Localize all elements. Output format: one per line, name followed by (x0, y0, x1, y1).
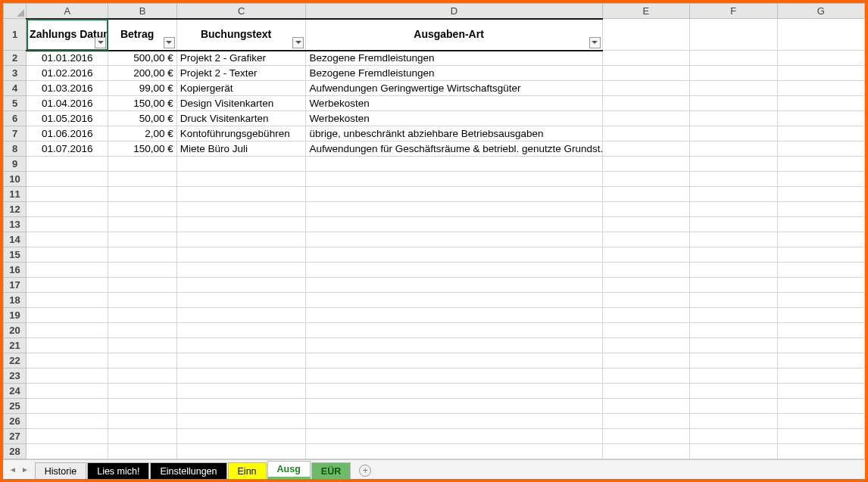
cell[interactable] (27, 444, 108, 459)
cell-amount[interactable]: 2,00 € (108, 126, 176, 141)
cell[interactable] (27, 368, 108, 384)
cell[interactable] (777, 187, 864, 202)
cell-category[interactable]: Bezogene Fremdleistungen (306, 51, 602, 66)
cell-amount[interactable]: 50,00 € (108, 111, 176, 126)
cell[interactable] (306, 308, 602, 323)
cell[interactable] (690, 293, 777, 308)
cell[interactable] (27, 263, 108, 278)
col-header-F[interactable]: F (690, 4, 777, 19)
cell[interactable] (602, 172, 689, 187)
cell-text[interactable]: Miete Büro Juli (176, 141, 306, 157)
cell[interactable] (602, 81, 689, 96)
cell-date[interactable]: 01.04.2016 (27, 96, 108, 111)
cell[interactable] (602, 187, 689, 202)
cell[interactable] (777, 444, 864, 459)
cell[interactable] (306, 172, 602, 187)
cell[interactable] (777, 126, 864, 141)
cell[interactable] (176, 323, 306, 338)
cell[interactable] (690, 308, 777, 323)
cell[interactable] (27, 217, 108, 232)
header-cell-buchungstext[interactable]: Buchungstext (176, 19, 306, 51)
cell-category[interactable]: Bezogene Fremdleistungen (306, 66, 602, 81)
row-header[interactable]: 4 (4, 81, 27, 96)
cell[interactable] (176, 338, 306, 353)
row-header[interactable]: 6 (4, 111, 27, 126)
cell[interactable] (176, 429, 306, 444)
cell-date[interactable]: 01.05.2016 (27, 111, 108, 126)
col-header-D[interactable]: D (306, 4, 602, 19)
filter-dropdown-icon[interactable] (164, 37, 175, 48)
cell[interactable] (27, 293, 108, 308)
cell[interactable] (176, 368, 306, 384)
cell[interactable] (27, 157, 108, 172)
cell[interactable] (777, 19, 864, 51)
cell-category[interactable]: Aufwendungen Geringwertige Wirtschaftsgü… (306, 81, 602, 96)
cell[interactable] (306, 444, 602, 459)
cell[interactable] (777, 353, 864, 368)
cell-date[interactable]: 01.01.2016 (27, 51, 108, 66)
row-header[interactable]: 28 (4, 444, 27, 459)
cell-amount[interactable]: 200,00 € (108, 66, 176, 81)
cell[interactable] (108, 323, 176, 338)
cell[interactable] (690, 19, 777, 51)
cell[interactable] (690, 384, 777, 399)
cell[interactable] (108, 414, 176, 429)
cell[interactable] (306, 353, 602, 368)
cell[interactable] (690, 232, 777, 247)
cell[interactable] (108, 172, 176, 187)
cell[interactable] (777, 157, 864, 172)
cell[interactable] (777, 51, 864, 66)
row-header[interactable]: 9 (4, 157, 27, 172)
cell[interactable] (690, 414, 777, 429)
cell[interactable] (690, 141, 777, 157)
cell[interactable] (27, 429, 108, 444)
cell[interactable] (602, 202, 689, 217)
filter-dropdown-icon[interactable] (95, 37, 106, 48)
cell[interactable] (777, 96, 864, 111)
header-cell-betrag[interactable]: Betrag (108, 19, 176, 51)
cell-category[interactable]: Aufwendungen für Geschäftsräume & betrie… (306, 141, 602, 157)
row-header[interactable]: 13 (4, 217, 27, 232)
cell[interactable] (176, 172, 306, 187)
cell[interactable] (690, 96, 777, 111)
cell[interactable] (690, 338, 777, 353)
row-header[interactable]: 23 (4, 368, 27, 384)
cell[interactable] (306, 384, 602, 399)
cell[interactable] (602, 19, 689, 51)
cell[interactable] (690, 247, 777, 263)
row-header[interactable]: 20 (4, 323, 27, 338)
cell-category[interactable]: Werbekosten (306, 111, 602, 126)
cell[interactable] (690, 111, 777, 126)
cell[interactable] (690, 81, 777, 96)
cell[interactable] (690, 126, 777, 141)
cell[interactable] (176, 353, 306, 368)
cell[interactable] (176, 308, 306, 323)
cell[interactable] (777, 399, 864, 414)
cell-text[interactable]: Projekt 2 - Grafiker (176, 51, 306, 66)
row-header[interactable]: 16 (4, 263, 27, 278)
cell[interactable] (690, 429, 777, 444)
row-header[interactable]: 12 (4, 202, 27, 217)
cell[interactable] (602, 293, 689, 308)
row-header[interactable]: 15 (4, 247, 27, 263)
cell[interactable] (306, 414, 602, 429)
cell[interactable] (108, 187, 176, 202)
cell-category[interactable]: übrige, unbeschränkt abziehbare Betriebs… (306, 126, 602, 141)
cell[interactable] (690, 217, 777, 232)
cell-text[interactable]: Kontoführungsgebühren (176, 126, 306, 141)
cell-date[interactable]: 01.02.2016 (27, 66, 108, 81)
cell[interactable] (108, 399, 176, 414)
cell[interactable] (690, 323, 777, 338)
cell[interactable] (777, 202, 864, 217)
col-header-E[interactable]: E (602, 4, 689, 19)
cell[interactable] (176, 263, 306, 278)
filter-dropdown-icon[interactable] (292, 37, 304, 48)
cell[interactable] (777, 384, 864, 399)
cell[interactable] (602, 96, 689, 111)
cell[interactable] (27, 414, 108, 429)
cell[interactable] (777, 111, 864, 126)
cell-text[interactable]: Design Visitenkarten (176, 96, 306, 111)
cell[interactable] (108, 338, 176, 353)
cell[interactable] (777, 81, 864, 96)
row-header[interactable]: 8 (4, 141, 27, 157)
